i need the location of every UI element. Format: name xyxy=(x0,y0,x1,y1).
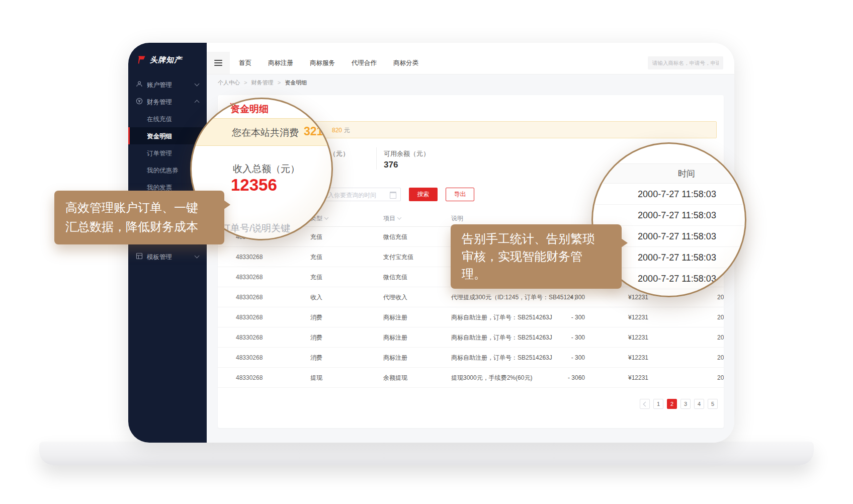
laptop-base xyxy=(39,442,814,465)
table-row: 48330268 消费 商标注册 商标自助注册，订单号：SB2514263J -… xyxy=(218,307,724,327)
stats-divider xyxy=(376,147,377,170)
pagination: 1 2 3 4 5 xyxy=(218,399,718,409)
chevron-down-icon xyxy=(195,254,200,259)
col-desc: 说明 xyxy=(451,214,602,222)
available-balance-label: 可用余额（元） xyxy=(384,149,430,158)
date-placeholder: 输入你要查询的时间 xyxy=(322,191,376,200)
sidebar-item-account[interactable]: 账户管理 xyxy=(128,76,207,93)
table-row: 48330268 提现 余额提现 提现3000元，手续费2%(60元) - 30… xyxy=(218,368,724,388)
page-button-1[interactable]: 1 xyxy=(653,399,663,409)
trademark-search-input[interactable] xyxy=(648,56,723,69)
nav-item-agent-coop[interactable]: 代理合作 xyxy=(352,59,377,67)
breadcrumb-separator: > xyxy=(244,79,247,86)
nav-item-home[interactable]: 首页 xyxy=(239,59,251,67)
laptop-mockup: 头牌知产 账户管理 财务管理 xyxy=(0,0,853,504)
logo[interactable]: 头牌知产 xyxy=(136,55,182,65)
table-row: 48330268 消费 商标注册 商标自助注册，订单号：SB2514263J -… xyxy=(218,327,724,348)
prev-page-button[interactable] xyxy=(640,399,650,409)
user-icon xyxy=(136,80,143,89)
active-indicator xyxy=(128,127,130,144)
sidebar-item-online-recharge[interactable]: 在线充值 xyxy=(128,110,207,127)
magnified-consumption-banner: 您在本站共消费 32124 xyxy=(190,118,333,146)
income-total-label: 收入总额（元） xyxy=(233,162,300,176)
chevron-down-icon xyxy=(195,81,200,87)
menu-icon[interactable] xyxy=(207,52,230,74)
top-nav: 首页 商标注册 商标服务 代理合作 商标分类 xyxy=(239,52,418,74)
calendar-icon xyxy=(390,192,396,199)
available-balance-value: 376 xyxy=(384,160,398,170)
col-project[interactable]: 项目 xyxy=(383,214,401,222)
page-button-3[interactable]: 3 xyxy=(680,399,691,409)
breadcrumb-separator: > xyxy=(278,79,281,86)
breadcrumb: 个人中心 > 财务管理 > 资金明细 xyxy=(218,79,307,87)
sidebar-item-finance[interactable]: 财务管理 xyxy=(128,93,207,110)
sort-caret-icon xyxy=(324,215,328,219)
magnified-order-col-header: 订单号/说明关键 xyxy=(221,222,290,235)
income-total-value: 12356 xyxy=(231,176,277,195)
chevron-left-icon xyxy=(643,401,648,406)
time-cell: 2000-7-27 11:58:03 xyxy=(593,184,745,205)
chevron-up-icon xyxy=(195,100,200,105)
breadcrumb-finance[interactable]: 财务管理 xyxy=(251,79,274,86)
expense-total-label: （元） xyxy=(329,149,349,158)
page-button-5[interactable]: 5 xyxy=(708,399,718,409)
sort-caret-icon xyxy=(397,215,401,219)
logo-flag-icon xyxy=(136,55,146,65)
breadcrumb-current: 资金明细 xyxy=(285,79,307,86)
callout-right: 告别手工统计、告别繁琐 审核，实现智能财务管 理。 xyxy=(451,224,622,289)
template-icon xyxy=(136,253,143,261)
search-button[interactable]: 搜索 xyxy=(409,188,438,201)
breadcrumb-personal-center[interactable]: 个人中心 xyxy=(218,79,240,86)
consumption-amount-tail: 820 元 xyxy=(332,126,350,135)
time-column-header: 时间 xyxy=(593,163,745,184)
page-button-4[interactable]: 4 xyxy=(694,399,704,409)
export-button[interactable]: 导出 xyxy=(446,188,474,201)
sidebar-item-template[interactable]: 模板管理 xyxy=(128,248,207,265)
time-cell: 2000-7-27 11:58:03 xyxy=(593,205,745,226)
finance-icon xyxy=(136,98,143,106)
callout-left: 高效管理账户订单、一键 汇总数据，降低财务成本 xyxy=(54,191,224,244)
topbar: 首页 商标注册 商标服务 代理合作 商标分类 xyxy=(207,52,734,74)
nav-item-trademark-category[interactable]: 商标分类 xyxy=(393,59,418,67)
table-row: 48330268 消费 商标注册 商标自助注册，订单号：SB2514263J -… xyxy=(218,348,724,368)
nav-item-trademark-service[interactable]: 商标服务 xyxy=(310,59,335,67)
page-button-2-active[interactable]: 2 xyxy=(667,399,677,409)
logo-title: 头牌知产 xyxy=(150,55,182,65)
magnified-tab-label: 资金明细 xyxy=(230,103,269,116)
nav-item-trademark-register[interactable]: 商标注册 xyxy=(268,59,293,67)
